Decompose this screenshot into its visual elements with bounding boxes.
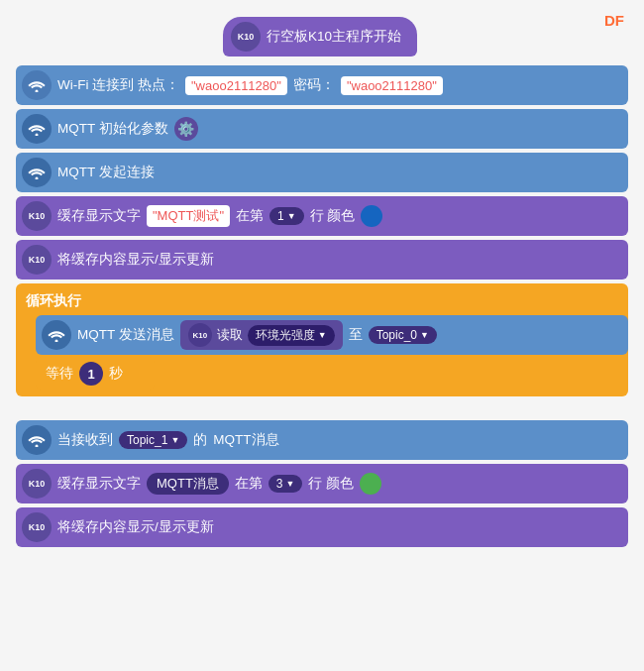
wifi-password[interactable]: "waoo2111280"	[341, 76, 443, 95]
block5-after: 行 颜色	[310, 207, 356, 225]
mqtt-icon-4	[22, 425, 52, 455]
row-dropdown[interactable]: 1 ▼	[269, 207, 304, 225]
block-update-display-2: K10 将缓存内容显示/显示更新	[16, 507, 628, 547]
svg-point-1	[36, 134, 39, 137]
wait-label: 等待	[46, 365, 73, 383]
row3-dropdown[interactable]: 3 ▼	[268, 475, 303, 493]
receive-mqtt: MQTT消息	[213, 431, 278, 449]
k10-icon-1: K10	[231, 22, 261, 52]
sensor-dropdown[interactable]: 环境光强度 ▼	[248, 325, 335, 346]
loop-header: 循环执行	[16, 287, 628, 315]
block8-after: 行 颜色	[308, 475, 354, 493]
receive-text: 当接收到	[57, 431, 113, 449]
update-display-text-2: 将缓存内容显示/显示更新	[57, 518, 214, 536]
color-picker-green[interactable]	[360, 473, 381, 495]
svg-point-3	[55, 340, 58, 343]
cache-text: 缓存显示文字	[57, 207, 141, 225]
block-mqtt-connect: MQTT 发起连接	[16, 153, 628, 192]
gear-icon[interactable]: ⚙️	[174, 117, 198, 141]
mqtt-msg-pill: MQTT消息	[147, 473, 229, 495]
k10-icon-2: K10	[22, 201, 52, 231]
mqtt-connect-text: MQTT 发起连接	[57, 164, 155, 181]
topic1-dropdown[interactable]: Topic_1 ▼	[119, 431, 187, 449]
block8-text: 缓存显示文字	[57, 475, 141, 493]
block-mqtt-init: MQTT 初始化参数 ⚙️	[16, 109, 628, 149]
svg-point-4	[36, 445, 39, 448]
update-display-text: 将缓存内容显示/显示更新	[57, 251, 214, 269]
cache-value[interactable]: "MQTT测试"	[147, 205, 230, 227]
wifi-icon-1	[22, 70, 52, 100]
block-cache-mqtt-msg: K10 缓存显示文字 MQTT消息 在第 3 ▼ 行 颜色	[16, 464, 628, 503]
read-label: 读取	[217, 327, 243, 344]
to-label: 至	[349, 326, 363, 344]
color-picker-blue[interactable]	[361, 205, 382, 227]
wifi-pwd-label: 密码：	[293, 76, 335, 94]
k10-icon-5: K10	[22, 512, 52, 542]
receive-of: 的	[193, 431, 207, 449]
wifi-connect-text: Wi-Fi 连接到 热点：	[57, 76, 179, 94]
block-main-start: K10 行空板K10主程序开始	[223, 17, 417, 56]
mqtt-icon-2	[22, 158, 52, 187]
block8-mid: 在第	[235, 475, 263, 493]
k10-icon-3: K10	[22, 245, 52, 275]
loop-block: 循环执行 MQTT 发送消息 K10 读取 环境光强度	[16, 283, 628, 396]
topic-dropdown[interactable]: Topic_0 ▼	[369, 326, 437, 344]
block-mqtt-receive: 当接收到 Topic_1 ▼ 的 MQTT消息	[16, 420, 628, 460]
wait-number[interactable]: 1	[79, 362, 103, 386]
wait-block: 等待 1 秒	[36, 357, 155, 391]
block-update-display: K10 将缓存内容显示/显示更新	[16, 240, 628, 280]
mqtt-send-text: MQTT 发送消息	[77, 326, 174, 344]
k10-icon-4: K10	[22, 469, 52, 499]
block-mqtt-send: MQTT 发送消息 K10 读取 环境光强度 ▼ 至 Topic_0 ▼	[36, 315, 628, 355]
block1-text: 行空板K10主程序开始	[267, 28, 401, 46]
svg-point-2	[36, 177, 39, 180]
mqtt-icon-3	[42, 320, 71, 350]
block5-mid: 在第	[236, 207, 264, 225]
embedded-k10-icon: K10	[188, 323, 212, 347]
block-wifi-connect: Wi-Fi 连接到 热点： "waoo2111280" 密码： "waoo211…	[16, 65, 628, 105]
mqtt-icon-1	[22, 114, 52, 144]
block-cache-display: K10 缓存显示文字 "MQTT测试" 在第 1 ▼ 行 颜色	[16, 196, 628, 236]
loop-label: 循环执行	[26, 292, 81, 310]
embedded-read-block: K10 读取 环境光强度 ▼	[180, 320, 343, 350]
loop-body: MQTT 发送消息 K10 读取 环境光强度 ▼ 至 Topic_0 ▼ 等待	[36, 315, 628, 396]
wait-unit: 秒	[109, 365, 123, 383]
mqtt-init-text: MQTT 初始化参数	[57, 120, 168, 138]
wifi-ssid[interactable]: "waoo2111280"	[185, 76, 287, 95]
svg-point-0	[36, 90, 39, 93]
